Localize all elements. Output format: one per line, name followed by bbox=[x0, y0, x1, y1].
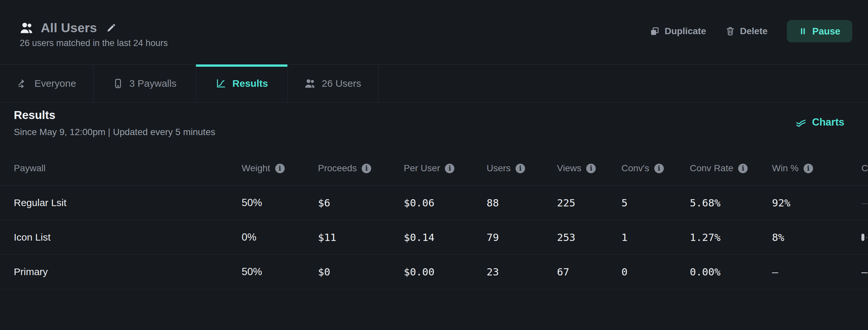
column-label: Conv Rate bbox=[690, 163, 733, 173]
cell-convs: 0 bbox=[621, 266, 690, 278]
cell-weight: 50% bbox=[242, 197, 318, 209]
cell-per-user: $0.14 bbox=[404, 231, 487, 243]
cell-clipped: – bbox=[861, 197, 868, 209]
clipped-dots bbox=[866, 237, 867, 238]
table-row[interactable]: Primary 50% $0 $0.00 23 67 0 0.00% – – bbox=[0, 255, 868, 289]
column-label: Conv's bbox=[621, 163, 649, 173]
tab-paywalls[interactable]: 3 Paywalls bbox=[94, 65, 196, 102]
column-label: Paywall bbox=[14, 163, 45, 173]
info-icon[interactable]: i bbox=[445, 164, 454, 173]
phone-icon bbox=[113, 78, 123, 89]
cell-conv-rate: 0.00% bbox=[690, 266, 772, 278]
column-header-users: Users i bbox=[487, 163, 557, 173]
tab-users[interactable]: 26 Users bbox=[288, 65, 378, 102]
cell-users: 88 bbox=[487, 197, 557, 209]
audience-split-icon bbox=[18, 78, 29, 89]
charts-icon bbox=[795, 117, 807, 128]
column-header-paywall: Paywall bbox=[14, 163, 242, 173]
duplicate-label: Duplicate bbox=[664, 26, 706, 36]
charts-link[interactable]: Charts bbox=[795, 117, 844, 128]
tab-everyone[interactable]: Everyone bbox=[0, 65, 94, 102]
info-icon[interactable]: i bbox=[362, 164, 371, 173]
cell-paywall-name: Primary bbox=[14, 266, 242, 277]
pause-icon bbox=[799, 27, 807, 35]
column-header-proceeds: Proceeds i bbox=[318, 163, 404, 173]
duplicate-button[interactable]: Duplicate bbox=[650, 26, 706, 36]
column-label: Proceeds bbox=[318, 163, 357, 173]
matched-users-subtitle: 26 users matched in the last 24 hours bbox=[20, 38, 168, 48]
column-header-conv-rate: Conv Rate i bbox=[690, 163, 772, 173]
column-label: Users bbox=[487, 163, 510, 173]
info-icon[interactable]: i bbox=[654, 164, 664, 173]
duplicate-icon bbox=[650, 26, 659, 36]
cell-per-user: $0.00 bbox=[404, 266, 487, 278]
cell-convs: 5 bbox=[621, 197, 690, 209]
pause-label: Pause bbox=[812, 26, 840, 37]
cell-paywall-name: Regular Lsit bbox=[14, 197, 242, 208]
cell-proceeds: $11 bbox=[318, 231, 404, 243]
cell-views: 253 bbox=[557, 231, 621, 243]
tab-label: 26 Users bbox=[321, 78, 361, 89]
cell-convs: 1 bbox=[621, 231, 690, 243]
cell-proceeds: $0 bbox=[318, 266, 404, 278]
page-header-title-row: All Users bbox=[20, 19, 116, 37]
pause-button[interactable]: Pause bbox=[787, 20, 852, 42]
cell-clipped bbox=[861, 234, 868, 241]
users-icon bbox=[305, 78, 316, 89]
cell-per-user: $0.06 bbox=[404, 197, 487, 209]
cell-clipped: – bbox=[861, 266, 868, 278]
tab-bar: Everyone 3 Paywalls Results bbox=[0, 64, 868, 103]
results-section-title: Results bbox=[14, 108, 55, 122]
table-row[interactable]: Icon List 0% $11 $0.14 79 253 1 1.27% 8% bbox=[0, 220, 868, 255]
cell-weight: 0% bbox=[242, 231, 318, 243]
experiment-page: All Users 26 users matched in the last 2… bbox=[0, 0, 868, 330]
column-header-views: Views i bbox=[557, 163, 621, 173]
cell-views: 67 bbox=[557, 266, 621, 278]
results-section-subtitle: Since May 9, 12:00pm | Updated every 5 m… bbox=[14, 127, 215, 137]
column-label: Per User bbox=[404, 163, 440, 173]
column-header-win-pct: Win % i bbox=[772, 163, 861, 173]
info-icon[interactable]: i bbox=[738, 164, 748, 173]
edit-icon[interactable] bbox=[106, 23, 116, 33]
tab-results[interactable]: Results bbox=[196, 65, 288, 102]
cell-paywall-name: Icon List bbox=[14, 232, 242, 243]
cell-users: 23 bbox=[487, 266, 557, 278]
table-row[interactable]: Regular Lsit 50% $6 $0.06 88 225 5 5.68%… bbox=[0, 186, 868, 220]
cell-views: 225 bbox=[557, 197, 621, 209]
users-icon bbox=[20, 22, 34, 34]
cell-weight: 50% bbox=[242, 266, 318, 278]
column-header-per-user: Per User i bbox=[404, 163, 487, 173]
page-title: All Users bbox=[41, 21, 97, 35]
delete-button[interactable]: Delete bbox=[725, 26, 768, 36]
cell-conv-rate: 5.68% bbox=[690, 197, 772, 209]
cell-users: 79 bbox=[487, 231, 557, 243]
trash-icon bbox=[725, 26, 735, 36]
cell-win-pct: – bbox=[772, 266, 861, 278]
header-actions: Duplicate Delete Pause bbox=[650, 19, 852, 43]
info-icon[interactable]: i bbox=[516, 164, 525, 173]
column-header-convs: Conv's i bbox=[621, 163, 690, 173]
column-header-clipped: C bbox=[861, 163, 868, 173]
cell-conv-rate: 1.27% bbox=[690, 231, 772, 243]
info-icon[interactable]: i bbox=[586, 164, 596, 173]
charts-label: Charts bbox=[812, 117, 844, 128]
cell-win-pct: 8% bbox=[772, 231, 861, 243]
clipped-badge bbox=[861, 234, 864, 241]
column-label: Weight bbox=[242, 163, 270, 173]
column-header-weight: Weight i bbox=[242, 163, 318, 173]
cell-proceeds: $6 bbox=[318, 197, 404, 209]
tab-label: Everyone bbox=[34, 78, 76, 89]
line-chart-icon bbox=[215, 78, 226, 89]
info-icon[interactable]: i bbox=[275, 164, 285, 173]
column-label: Win % bbox=[772, 163, 799, 173]
info-icon[interactable]: i bbox=[804, 164, 813, 173]
tab-label: 3 Paywalls bbox=[129, 78, 176, 89]
column-label: C bbox=[861, 163, 868, 173]
delete-label: Delete bbox=[740, 26, 768, 36]
column-label: Views bbox=[557, 163, 581, 173]
table-header-row: Paywall Weight i Proceeds i Per User i U… bbox=[0, 151, 868, 186]
cell-win-pct: 92% bbox=[772, 197, 861, 209]
tab-label: Results bbox=[232, 78, 268, 89]
